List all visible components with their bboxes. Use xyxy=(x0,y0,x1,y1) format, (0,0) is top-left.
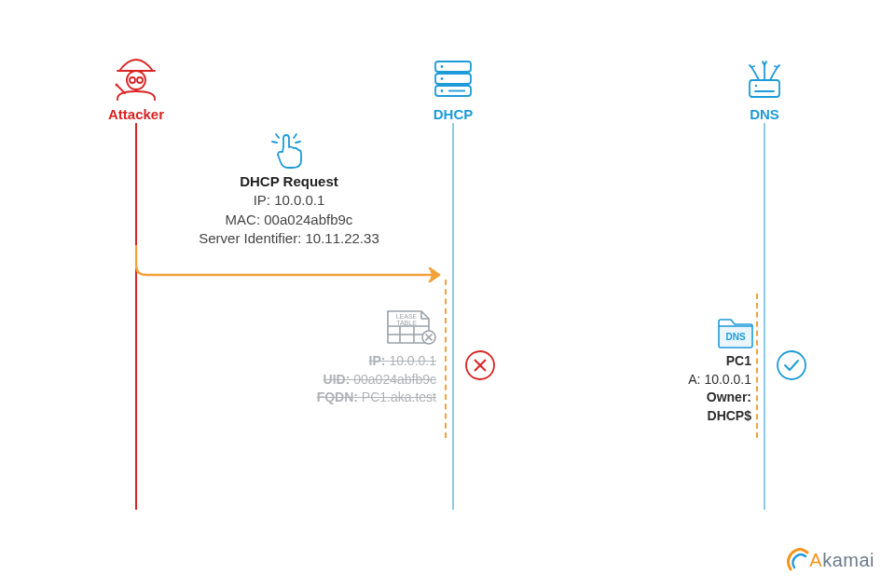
svg-point-8 xyxy=(441,77,444,80)
dns-record-owner: Owner: DHCP$ xyxy=(668,389,751,425)
lease-ip: IP: 10.0.0.1 xyxy=(282,352,436,371)
dns-folder-icon: DNS xyxy=(716,317,755,353)
actor-attacker: Attacker xyxy=(80,48,192,122)
svg-point-7 xyxy=(441,65,444,68)
svg-point-31 xyxy=(778,351,806,379)
request-title: DHCP Request xyxy=(177,172,401,191)
status-ok-icon xyxy=(776,349,807,384)
pointer-icon xyxy=(270,130,306,172)
actor-dhcp: DHCP xyxy=(397,48,509,122)
lease-table-record: IP: 10.0.0.1 UID: 00a024abfb9c FQDN: PC1… xyxy=(282,352,436,407)
lease-uid: UID: 00a024abfb9c xyxy=(282,371,436,390)
status-fail-icon xyxy=(464,349,496,384)
svg-text:TABLE: TABLE xyxy=(396,320,417,326)
dhcp-label: DHCP xyxy=(397,106,509,122)
request-ip: IP: 10.0.0.1 xyxy=(177,191,401,210)
wave-icon xyxy=(783,547,809,573)
dns-label: DNS xyxy=(709,106,820,122)
svg-point-3 xyxy=(116,84,118,87)
svg-line-16 xyxy=(294,134,296,138)
request-mac: MAC: 00a024abfb9c xyxy=(177,211,401,229)
request-arrow xyxy=(135,245,454,292)
server-icon xyxy=(397,48,509,101)
lease-fqdn: FQDN: PC1.aka.test xyxy=(282,389,436,407)
svg-line-17 xyxy=(296,142,300,143)
dhcp-activation xyxy=(445,280,447,438)
svg-line-15 xyxy=(272,142,277,143)
dns-record-name: PC1 xyxy=(668,352,751,371)
dhcp-request-message: DHCP Request IP: 10.0.0.1 MAC: 00a024abf… xyxy=(177,172,401,248)
svg-text:DNS: DNS xyxy=(725,332,745,342)
lease-table-icon: LEASE TABLE xyxy=(384,308,436,349)
svg-line-14 xyxy=(276,134,279,138)
dns-activation xyxy=(756,294,758,438)
brand-logo: Akamai xyxy=(783,547,874,573)
dns-record-a: A: 10.0.0.1 xyxy=(668,371,751,390)
dns-record: PC1 A: 10.0.0.1 Owner: DHCP$ xyxy=(668,352,751,425)
svg-text:LEASE: LEASE xyxy=(396,313,418,320)
lifeline-attacker xyxy=(135,123,137,510)
lifeline-dhcp xyxy=(452,123,454,510)
attacker-icon xyxy=(80,48,192,101)
svg-point-9 xyxy=(441,89,444,92)
svg-rect-11 xyxy=(750,80,779,97)
svg-point-2 xyxy=(137,77,143,83)
svg-point-1 xyxy=(130,77,135,83)
actor-dns: DNS xyxy=(709,48,820,122)
attacker-label: Attacker xyxy=(80,106,192,122)
dns-server-icon xyxy=(709,48,820,101)
brand-name: Akamai xyxy=(809,550,874,571)
svg-point-13 xyxy=(755,85,757,87)
lifeline-dns xyxy=(764,123,765,510)
